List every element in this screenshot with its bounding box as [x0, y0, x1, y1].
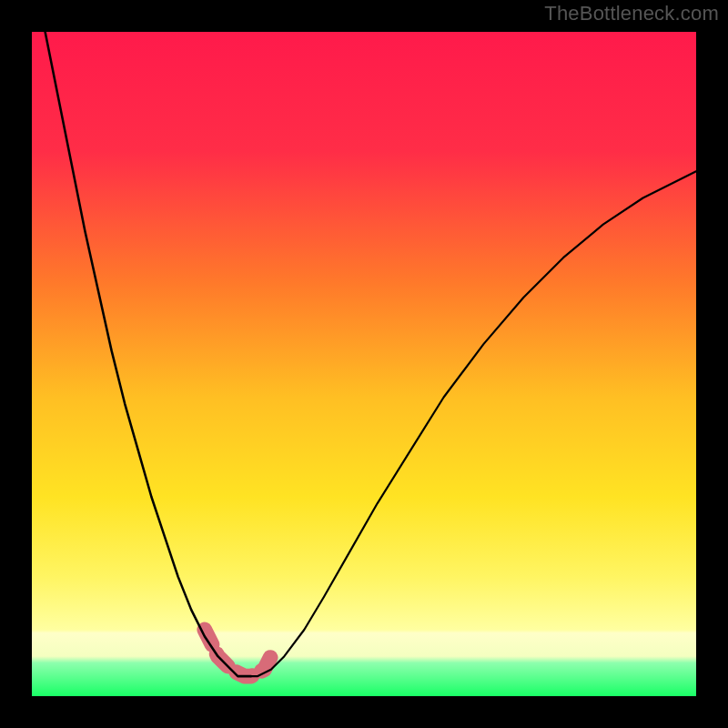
- svg-rect-0: [32, 32, 696, 696]
- plot-area: [32, 32, 696, 696]
- chart-frame: TheBottleneck.com: [0, 0, 728, 728]
- watermark-text: TheBottleneck.com: [544, 2, 719, 25]
- gradient-background: [32, 32, 696, 696]
